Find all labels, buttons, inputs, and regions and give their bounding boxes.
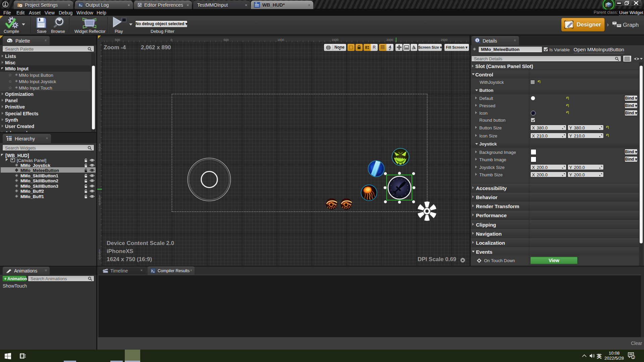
svg-text:1: 1 xyxy=(632,356,634,359)
svg-text:i: i xyxy=(477,39,478,42)
